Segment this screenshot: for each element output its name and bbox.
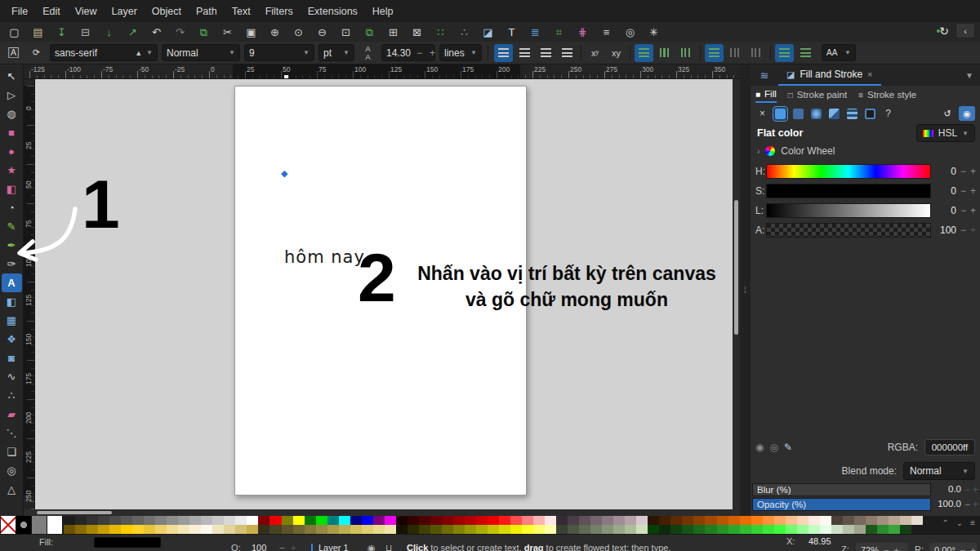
- canvas[interactable]: ◆ hôm nay 2 Nhấn vào vị trí bất kỳ trên …: [35, 79, 733, 509]
- palette-color-swatch[interactable]: [155, 516, 167, 525]
- colorspace-select[interactable]: HSL ▼: [916, 124, 975, 142]
- palette-color-swatch[interactable]: [75, 516, 87, 525]
- no-color-swatch[interactable]: [1, 516, 16, 534]
- blur-slider[interactable]: Blur (%): [752, 483, 931, 496]
- palette-color-swatch[interactable]: [797, 516, 808, 525]
- line-spacing-spinner[interactable]: 14.30 − +: [381, 44, 435, 61]
- pages-tool[interactable]: ❏: [2, 442, 22, 461]
- palette-color-swatch[interactable]: [648, 525, 659, 534]
- increase-icon[interactable]: +: [970, 166, 976, 177]
- writing-vertical-rl-button[interactable]: [656, 44, 675, 62]
- decrease-icon[interactable]: −: [964, 499, 970, 510]
- box3d-tool[interactable]: ◧: [2, 180, 22, 198]
- palette-color-swatch[interactable]: [613, 525, 625, 534]
- clone-icon[interactable]: ⊞: [381, 24, 405, 40]
- writing-vertical-lr-button[interactable]: [677, 44, 696, 62]
- slider-value[interactable]: 0: [932, 205, 956, 216]
- palette-color-swatch[interactable]: [510, 525, 522, 534]
- palette-color-swatch[interactable]: [247, 516, 258, 525]
- palette-color-swatch[interactable]: [866, 516, 877, 525]
- zoom-tool[interactable]: ◎: [2, 461, 22, 480]
- palette-color-swatch[interactable]: [396, 516, 408, 525]
- direction-ltr-button[interactable]: [775, 44, 794, 62]
- palette-color-swatch[interactable]: [64, 516, 75, 525]
- rgba-input[interactable]: 000000ff: [924, 439, 975, 455]
- palette-color-swatch[interactable]: [786, 516, 797, 525]
- xml-editor-icon[interactable]: ⌗: [547, 24, 571, 40]
- palette-color-swatch[interactable]: [98, 525, 109, 534]
- palette-color-swatch[interactable]: [659, 525, 670, 534]
- zoom-page-icon[interactable]: ⊖: [310, 24, 334, 40]
- palette-color-swatch[interactable]: [178, 525, 189, 534]
- palette-color-swatch[interactable]: [613, 516, 625, 525]
- align-justify-button[interactable]: [558, 44, 577, 62]
- palette-color-swatch[interactable]: [121, 525, 132, 534]
- text-dialog-icon[interactable]: T: [500, 24, 523, 40]
- save-document-icon[interactable]: ↧: [50, 24, 74, 40]
- align-left-button[interactable]: [494, 44, 513, 62]
- palette-color-swatch[interactable]: [636, 516, 648, 525]
- copy-icon[interactable]: ⧉: [192, 24, 216, 40]
- palette-color-swatch[interactable]: [362, 516, 373, 525]
- palette-color-swatch[interactable]: [155, 525, 167, 534]
- palette-color-swatch[interactable]: [476, 525, 488, 534]
- palette-color-swatch[interactable]: [889, 516, 900, 525]
- palette-color-swatch[interactable]: [843, 516, 854, 525]
- layer-name[interactable]: Layer 1: [318, 543, 349, 551]
- view-frame-icon[interactable]: ⊡: [334, 24, 358, 40]
- gradient-tool[interactable]: ◧: [2, 292, 22, 311]
- menu-path[interactable]: Path: [189, 3, 225, 20]
- palette-color-swatch[interactable]: [625, 516, 636, 525]
- vertical-scrollbar[interactable]: [733, 79, 740, 509]
- palette-color-swatch[interactable]: [602, 516, 613, 525]
- decrease-icon[interactable]: −: [415, 47, 424, 59]
- palette-color-swatch[interactable]: [476, 516, 488, 525]
- spacing-unit-select[interactable]: lines ▼: [439, 44, 482, 61]
- palette-color-swatch[interactable]: [224, 516, 235, 525]
- align-center-button[interactable]: [515, 44, 534, 62]
- palette-color-swatch[interactable]: [717, 516, 728, 525]
- menu-view[interactable]: View: [68, 3, 105, 20]
- palette-color-swatch[interactable]: [774, 525, 786, 534]
- palette-color-swatch[interactable]: [740, 525, 751, 534]
- orientation-upright-button[interactable]: [726, 44, 745, 62]
- node-tool[interactable]: ▷: [2, 86, 22, 104]
- text-transform-button[interactable]: AA ▼: [822, 44, 856, 61]
- l-slider-track[interactable]: [766, 203, 931, 218]
- palette-color-swatch[interactable]: [109, 516, 121, 525]
- unknown-paint-icon[interactable]: ?: [881, 107, 895, 121]
- palette-color-swatch[interactable]: [430, 525, 442, 534]
- palette-color-swatch[interactable]: [648, 516, 659, 525]
- swatch-icon[interactable]: [827, 107, 841, 121]
- palette-color-swatch[interactable]: [362, 525, 373, 534]
- star-tool[interactable]: ★: [2, 161, 22, 180]
- tab-stroke-paint[interactable]: □Stroke paint: [788, 87, 847, 103]
- palette-color-swatch[interactable]: [820, 516, 831, 525]
- radial-gradient-icon[interactable]: [809, 107, 823, 121]
- palette-color-swatch[interactable]: [189, 516, 201, 525]
- menu-layer[interactable]: Layer: [105, 3, 145, 20]
- palette-color-swatch[interactable]: [568, 516, 579, 525]
- palette-color-swatch[interactable]: [282, 516, 293, 525]
- mesh-gradient-paint-icon[interactable]: [863, 107, 877, 121]
- group-icon[interactable]: ∷: [429, 24, 452, 40]
- color-picker-icon[interactable]: ✎: [784, 442, 792, 453]
- palette-color-swatch[interactable]: [282, 525, 293, 534]
- no-paint-icon[interactable]: ×: [755, 107, 769, 121]
- paste-icon[interactable]: ▣: [239, 24, 263, 40]
- opacity-field-value[interactable]: 100: [252, 543, 266, 551]
- palette-color-swatch[interactable]: [408, 525, 419, 534]
- opacity-slider[interactable]: Opacity (%): [752, 498, 931, 511]
- flat-color-icon[interactable]: [773, 107, 787, 121]
- palette-color-swatch[interactable]: [270, 516, 281, 525]
- palette-color-swatch[interactable]: [167, 516, 178, 525]
- palette-color-swatch[interactable]: [178, 516, 189, 525]
- palette-color-swatch[interactable]: [305, 525, 316, 534]
- palette-color-swatch[interactable]: [682, 525, 693, 534]
- increase-icon[interactable]: +: [970, 205, 976, 216]
- canvas-text-object[interactable]: hôm nay: [284, 247, 365, 267]
- orientation-sideways-button[interactable]: [747, 44, 766, 62]
- palette-color-swatch[interactable]: [339, 525, 350, 534]
- palette-color-swatch[interactable]: [911, 516, 923, 525]
- new-document-icon[interactable]: ▢: [2, 24, 26, 40]
